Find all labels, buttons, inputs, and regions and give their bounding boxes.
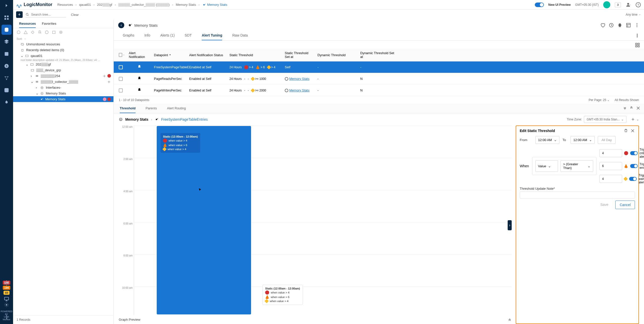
- help-icon[interactable]: ?: [635, 2, 641, 8]
- col-static-thresh[interactable]: Static Threshold: [227, 53, 283, 57]
- tab-alerts[interactable]: Alerts (1): [160, 31, 175, 40]
- tree-item-group1[interactable]: ⌄202▒▒▒gf: [13, 61, 113, 67]
- table-row[interactable]: PageWritesPerSec Enabled at Self 24 Hour…: [114, 85, 644, 96]
- tree-item-unmonitored[interactable]: Unmonitored resources: [13, 41, 113, 47]
- layout-icon[interactable]: [626, 23, 631, 28]
- col-datapoint[interactable]: Datapoint: [152, 53, 187, 57]
- timezone-selector[interactable]: GMT+05:30 India Stan...⌄: [584, 116, 626, 123]
- target-icon[interactable]: [59, 30, 63, 34]
- to-time-select[interactable]: 12:00 AM⌄: [571, 136, 595, 144]
- from-time-select[interactable]: 12:00 AM⌄: [535, 136, 559, 144]
- per-page-selector[interactable]: Per Page: 25 ⌄: [589, 98, 610, 102]
- nav-icon-resources[interactable]: [2, 25, 12, 35]
- face-icon[interactable]: [45, 30, 49, 34]
- tab-graphs[interactable]: Graphs: [123, 31, 134, 40]
- chevron-down-icon[interactable]: [123, 54, 125, 56]
- nav-icon-network[interactable]: [2, 73, 12, 83]
- search-input[interactable]: [31, 13, 66, 16]
- save-button[interactable]: Save: [596, 201, 613, 209]
- tree-item-group4[interactable]: ⌄▒▒▒▒▒l_collector_▒▒▒▒: [13, 79, 113, 85]
- tree-item-interfaces[interactable]: ›MInterfaces-: [13, 85, 113, 90]
- user-icon[interactable]: [625, 2, 631, 8]
- col-notif-status[interactable]: Alert Notification Status: [187, 53, 227, 57]
- expand-down-icon[interactable]: [623, 106, 627, 110]
- scroll-handle[interactable]: ›: [508, 220, 512, 230]
- critical-toggle[interactable]: [630, 151, 638, 155]
- back-button[interactable]: ‹: [118, 22, 124, 28]
- row-checkbox[interactable]: [119, 88, 123, 92]
- filter-icon[interactable]: [17, 30, 21, 34]
- tree-item-memory-selected[interactable]: Memory Stats: [13, 96, 113, 102]
- new-ui-toggle[interactable]: [535, 3, 544, 7]
- grid-view-icon[interactable]: [635, 43, 640, 48]
- crumb[interactable]: Memory Stats: [176, 3, 196, 7]
- bell-off-icon[interactable]: [38, 30, 42, 34]
- row-checkbox[interactable]: [119, 65, 123, 69]
- note-textarea[interactable]: [520, 191, 635, 199]
- nav-icon-dashboard[interactable]: [2, 13, 12, 23]
- nav-icon-layers[interactable]: [2, 37, 12, 47]
- nav-icon-reports[interactable]: [2, 49, 12, 59]
- all-day-button[interactable]: All Day: [598, 136, 616, 144]
- critical-value-input[interactable]: 4: [599, 149, 622, 157]
- nav-icon-billing[interactable]: $: [2, 61, 12, 71]
- nav-icon-monitor[interactable]: [2, 294, 12, 304]
- tree-item-memory1[interactable]: ⌄DMemory Stats: [13, 90, 113, 96]
- heart-icon[interactable]: [600, 23, 605, 28]
- operator-select[interactable]: > (Greater Than)⌄: [560, 160, 593, 172]
- table-row[interactable]: PageReadsPerSec Enabled at Self 24 Hours…: [114, 73, 644, 85]
- tab-threshold[interactable]: Threshold: [120, 104, 136, 113]
- error-toggle[interactable]: [630, 164, 638, 168]
- col-alert-notif[interactable]: Alert Notification: [127, 51, 152, 59]
- col-set-at[interactable]: Static Threshold Set at: [283, 51, 315, 59]
- notifications-badge[interactable]: 3: [615, 2, 621, 7]
- crumb[interactable]: ▒▒▒▒▒_collector_▒▒▒▒ (▒▒▒▒▒): [118, 3, 170, 7]
- clear-button[interactable]: Clear: [71, 13, 79, 17]
- plugin-icon[interactable]: [617, 23, 622, 28]
- more-icon[interactable]: [635, 33, 639, 38]
- tab-info[interactable]: Info: [144, 31, 150, 40]
- crumb[interactable]: qauat01: [79, 3, 91, 7]
- tab-alert-tuning[interactable]: Alert Tuning: [202, 31, 222, 40]
- threshold-block[interactable]: [157, 126, 251, 314]
- tab-resources[interactable]: Resources: [19, 22, 36, 28]
- nav-expand-icon[interactable]: [4, 3, 9, 8]
- warning-toggle[interactable]: [629, 177, 637, 181]
- tree-item-group3[interactable]: ›▒▒▒▒▒▒254: [13, 73, 113, 79]
- setat-link[interactable]: Memory Stats: [289, 88, 309, 92]
- add-threshold-button[interactable]: +: [631, 117, 634, 122]
- select-all-checkbox[interactable]: [119, 53, 122, 57]
- tab-raw-data[interactable]: Raw Data: [232, 31, 248, 40]
- add-button[interactable]: +: [16, 11, 23, 18]
- table-row[interactable]: FreeSystemPageTableE... Enabled at Self …: [114, 61, 644, 73]
- warn-icon[interactable]: [24, 30, 28, 34]
- chevron-down-icon[interactable]: ⌄: [636, 118, 639, 121]
- expand-up-icon[interactable]: [629, 106, 633, 110]
- time-range-selector[interactable]: Any time: [626, 13, 641, 16]
- sort-row[interactable]: Sort:: [13, 36, 113, 41]
- col-dynamic-thresh[interactable]: Dynamic Threshold: [315, 53, 358, 57]
- row-checkbox[interactable]: [119, 77, 123, 81]
- error-value-input[interactable]: 6: [599, 162, 622, 170]
- close-icon[interactable]: [636, 106, 640, 110]
- warning-value-input[interactable]: 4: [599, 175, 622, 183]
- more-icon[interactable]: [634, 23, 639, 28]
- crumb[interactable]: 202▒▒▒gf: [97, 3, 112, 7]
- close-icon[interactable]: [630, 128, 635, 133]
- setat-link[interactable]: Memory Stats: [289, 77, 309, 81]
- tree-item-deleted[interactable]: Recently deleted items (0): [13, 47, 113, 53]
- collapse-icon[interactable]: [508, 317, 512, 321]
- crumb[interactable]: Resources: [57, 3, 73, 7]
- tab-alert-routing[interactable]: Alert Routing: [167, 104, 186, 113]
- app-logo[interactable]: LogicMonitor: [16, 2, 52, 8]
- tab-sdt[interactable]: SDT: [185, 31, 192, 40]
- value-select[interactable]: Value⌄: [535, 160, 558, 172]
- avatar[interactable]: [603, 1, 610, 8]
- tree-item-group2[interactable]: ▒▒▒_device_grp: [13, 67, 113, 73]
- nav-icon-fire[interactable]: [2, 97, 12, 107]
- cancel-button[interactable]: Cancel: [615, 201, 635, 209]
- tab-parents[interactable]: Parents: [146, 104, 157, 113]
- tab-favorites[interactable]: Favorites: [42, 22, 56, 28]
- clock-icon[interactable]: [609, 23, 614, 28]
- delete-icon[interactable]: [624, 128, 628, 133]
